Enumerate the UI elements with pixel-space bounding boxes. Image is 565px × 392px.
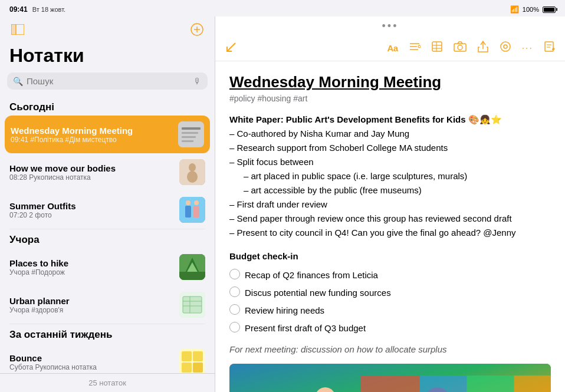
svg-rect-30: [193, 351, 203, 361]
note-thumbnail: [178, 121, 204, 147]
note-item[interactable]: Urban planner Учора #здоров'я: [0, 286, 215, 324]
search-icon: 🔍: [13, 77, 23, 86]
note-title: Urban planner: [9, 296, 173, 306]
svg-rect-29: [182, 351, 192, 361]
note-text: Bounce Субота Рукописна нотатка: [9, 353, 173, 371]
svg-point-18: [194, 200, 199, 205]
status-date: Вт 18 жовт.: [32, 6, 65, 13]
status-bar: 09:41 Вт 18 жовт. 📶 100%: [0, 0, 565, 17]
checklist-item: Review hiring needs: [229, 304, 551, 318]
svg-point-52: [501, 42, 510, 51]
italic-note: For next meeting: discussion on how to a…: [229, 342, 551, 357]
search-input[interactable]: [27, 76, 190, 86]
add-note-button[interactable]: [189, 21, 205, 38]
svg-point-50: [458, 45, 462, 50]
note-meta: Учора #здоров'я: [9, 306, 173, 314]
status-indicators: 📶 100%: [510, 5, 556, 14]
svg-rect-6: [178, 121, 204, 147]
checklist-text: Discus potential new funding sources: [245, 286, 391, 300]
note-text: Wednesday Morning Meeting 09:41 #Політик…: [11, 126, 172, 144]
svg-rect-0: [11, 24, 16, 35]
font-button[interactable]: Aa: [387, 43, 398, 53]
table-button[interactable]: [431, 41, 443, 55]
note-meta: 07:20 2 фото: [9, 211, 173, 219]
note-text: How we move our bodies 08:28 Рукописна н…: [9, 163, 173, 182]
bullet-3: – Split focus between: [229, 155, 551, 169]
format-button[interactable]: [409, 41, 421, 55]
bullet-2: – Research support from Schoberl College…: [229, 141, 551, 155]
markup-button[interactable]: [500, 41, 511, 55]
status-time: 09:41: [9, 5, 28, 14]
note-image: [229, 364, 551, 392]
bullet-1: – Co-authored by Nisha Kumar and Jay Mun…: [229, 127, 551, 141]
battery-icon: [543, 6, 556, 13]
bullet-5: – art accessible by the public (free mus…: [229, 183, 551, 197]
note-item[interactable]: Summer Outfits 07:20 2 фото: [0, 191, 215, 229]
whitepaper-heading: White Paper: Public Art's Development Be…: [229, 113, 551, 127]
svg-rect-7: [182, 127, 201, 130]
checkbox[interactable]: [229, 322, 240, 332]
wifi-icon: 📶: [510, 5, 519, 14]
note-text: Summer Outfits 07:20 2 фото: [9, 201, 173, 219]
detail-toolbar: Aa: [215, 35, 565, 61]
svg-rect-54: [545, 42, 553, 51]
svg-rect-65: [467, 375, 514, 392]
svg-rect-31: [182, 363, 192, 373]
more-button[interactable]: ···: [522, 43, 533, 54]
mic-icon[interactable]: 🎙: [193, 77, 202, 86]
checklist-text: Present first draft of Q3 budget: [245, 321, 366, 335]
bullet-8: – Present to city council in Q4! Can you…: [229, 226, 551, 240]
note-title: Wednesday Morning Meeting: [11, 126, 172, 136]
main-content: Нотатки 🔍 🎙 Сьогодні Wednesday Morning M…: [0, 17, 565, 392]
svg-point-43: [418, 45, 421, 48]
sidebar: Нотатки 🔍 🎙 Сьогодні Wednesday Morning M…: [0, 17, 215, 392]
checklist-text: Review hiring needs: [245, 304, 324, 318]
search-bar[interactable]: 🔍 🎙: [7, 73, 208, 90]
detail-content: Wednesday Morning Meeting #policy #housi…: [215, 61, 565, 392]
compose-button[interactable]: [544, 41, 556, 55]
section-yesterday: Учора: [0, 229, 215, 248]
sidebar-toggle-button[interactable]: [9, 21, 26, 38]
svg-rect-45: [432, 42, 442, 51]
note-item[interactable]: Places to hike Учора #Подорож: [0, 248, 215, 286]
notes-count: 25 нотаток: [88, 378, 126, 387]
bullet-4: – art placed in public space (i.e. large…: [229, 169, 551, 183]
note-thumbnail: [179, 349, 205, 373]
svg-line-39: [227, 43, 235, 51]
svg-rect-24: [183, 297, 202, 313]
svg-point-12: [189, 163, 196, 172]
svg-rect-16: [193, 206, 199, 218]
svg-point-53: [504, 45, 507, 48]
detail-toolbar-icons: Aa: [387, 40, 556, 56]
checkbox[interactable]: [229, 286, 240, 297]
note-detail: ••• Aa: [215, 17, 565, 392]
note-title: Summer Outfits: [9, 201, 173, 211]
note-meta: 09:41 #Політика #Дім мистецтво: [11, 136, 172, 144]
svg-point-13: [187, 171, 198, 183]
note-thumbnail: [179, 197, 205, 223]
battery-label: 100%: [523, 6, 539, 13]
svg-point-17: [186, 200, 190, 205]
checklist-item: Recap of Q2 finances from Leticia: [229, 268, 551, 282]
note-text: Urban planner Учора #здоров'я: [9, 296, 173, 314]
checklist-item: Present first draft of Q3 budget: [229, 321, 551, 335]
checkbox[interactable]: [229, 269, 240, 279]
sidebar-toolbar: [0, 17, 215, 42]
svg-rect-9: [182, 136, 196, 138]
sidebar-footer: 25 нотаток: [0, 373, 215, 392]
svg-rect-14: [179, 197, 205, 223]
checkbox[interactable]: [229, 304, 240, 315]
note-item[interactable]: Wednesday Morning Meeting 09:41 #Політик…: [5, 116, 210, 153]
svg-rect-22: [179, 272, 205, 280]
svg-rect-10: [182, 140, 193, 142]
more-options-icon[interactable]: •••: [382, 20, 399, 32]
note-item[interactable]: How we move our bodies 08:28 Рукописна н…: [0, 153, 215, 191]
camera-button[interactable]: [454, 41, 467, 55]
note-detail-tags: #policy #housing #art: [229, 94, 551, 103]
section-lastweek: За останній тиждень: [0, 324, 215, 343]
back-button[interactable]: [225, 41, 238, 56]
note-detail-body: White Paper: Public Art's Development Be…: [229, 113, 551, 392]
share-button[interactable]: [477, 40, 489, 56]
svg-rect-66: [514, 375, 551, 392]
note-item[interactable]: Bounce Субота Рукописна нотатка: [0, 343, 215, 373]
